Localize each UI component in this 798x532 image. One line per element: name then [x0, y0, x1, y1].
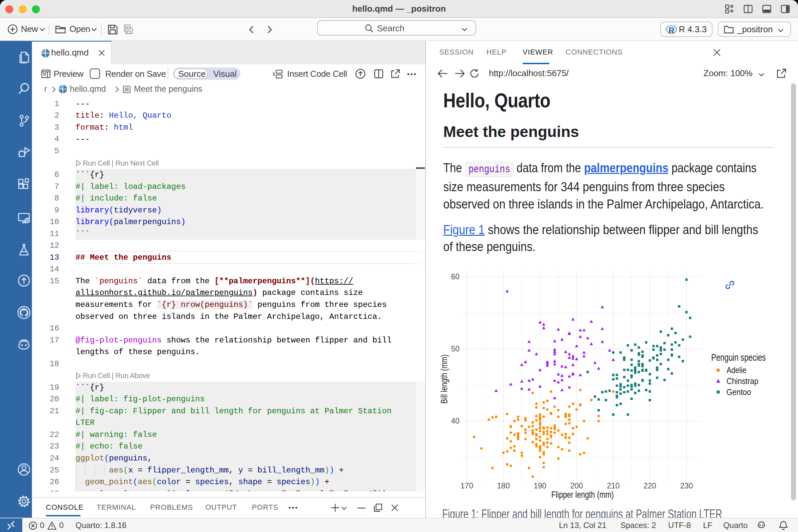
svg-text:40: 40	[451, 417, 459, 425]
svg-text:Penguin species: Penguin species	[711, 352, 766, 363]
svg-text:170: 170	[460, 481, 473, 490]
svg-text:200: 200	[570, 481, 583, 490]
svg-text:Flipper length (mm): Flipper length (mm)	[551, 490, 614, 500]
svg-text:230: 230	[680, 481, 692, 490]
svg-text:220: 220	[643, 481, 656, 490]
svg-text:210: 210	[607, 481, 620, 490]
svg-text:Adelie: Adelie	[726, 365, 746, 375]
svg-text:180: 180	[497, 481, 510, 490]
svg-text:50: 50	[451, 344, 459, 353]
svg-text:190: 190	[534, 481, 546, 490]
svg-text:Chinstrap: Chinstrap	[726, 376, 758, 386]
svg-text:R: R	[668, 26, 674, 35]
svg-text:Bill length (mm): Bill length (mm)	[439, 355, 449, 404]
svg-text:60: 60	[451, 272, 459, 281]
svg-text:Gentoo: Gentoo	[726, 387, 751, 397]
